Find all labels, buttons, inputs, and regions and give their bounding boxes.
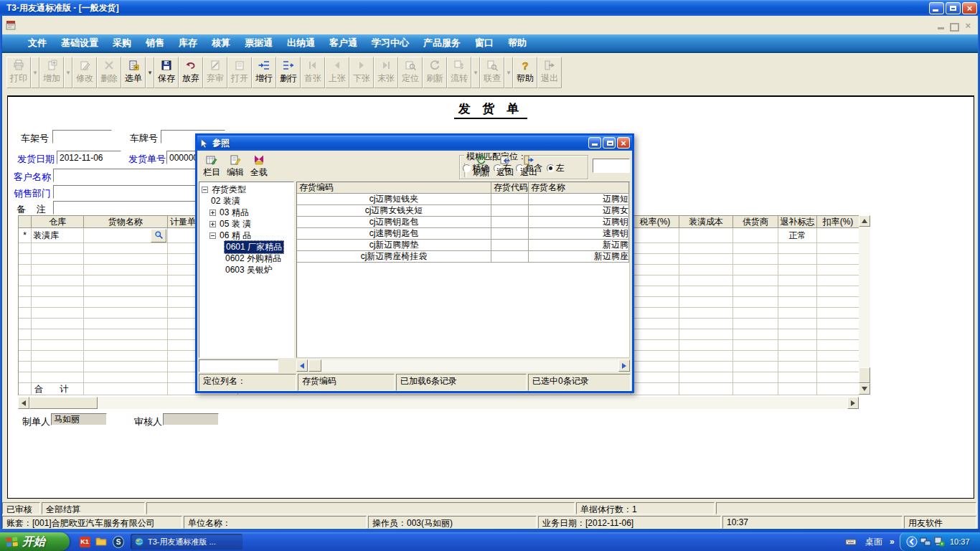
grid-cell[interactable] xyxy=(679,276,733,286)
grid-cell[interactable] xyxy=(631,243,679,254)
grid-cell[interactable] xyxy=(817,297,859,308)
scroll-left-button[interactable] xyxy=(296,359,308,372)
grid-cell[interactable] xyxy=(631,351,679,362)
grid-cell[interactable] xyxy=(84,265,168,276)
child-restore-icon[interactable] xyxy=(950,23,959,32)
grid-cell[interactable] xyxy=(778,362,817,372)
grid-cell[interactable] xyxy=(32,276,84,286)
grid-cell[interactable] xyxy=(679,254,733,265)
menu-item-销售[interactable]: 销售 xyxy=(138,34,171,52)
toolbar-button-帮助[interactable]: ? 帮助 xyxy=(513,57,537,88)
tree-node-0603[interactable]: 0603 吴银炉 xyxy=(199,264,293,276)
inventory-row[interactable]: cj速腾钥匙包 速腾钥 xyxy=(297,228,629,240)
grid-cell[interactable] xyxy=(84,362,168,372)
grid-cell[interactable] xyxy=(679,265,733,276)
grid-cell[interactable] xyxy=(679,319,733,329)
grid-cell[interactable] xyxy=(733,254,778,265)
grid-cell[interactable] xyxy=(631,286,679,297)
tree-node-03[interactable]: 03 精品 xyxy=(199,207,293,218)
restore-button[interactable] xyxy=(946,2,961,14)
grid-cell[interactable] xyxy=(84,340,168,351)
dept-input[interactable] xyxy=(53,185,205,199)
grid-cell[interactable] xyxy=(84,308,168,319)
language-keyboard[interactable] xyxy=(845,532,857,551)
grid-cell[interactable] xyxy=(817,362,859,372)
grid-cell[interactable] xyxy=(679,308,733,319)
grid-cell[interactable] xyxy=(19,340,32,351)
grid-cell[interactable] xyxy=(19,243,32,254)
goods-cell[interactable] xyxy=(84,228,168,243)
match-input[interactable] xyxy=(593,159,630,173)
toolbar-button-选单[interactable]: 选单 xyxy=(121,57,146,88)
grid-cell[interactable] xyxy=(733,297,778,308)
ship-date-input[interactable] xyxy=(57,151,121,164)
goods-lookup-button[interactable] xyxy=(151,229,166,242)
dialog-button-编辑[interactable]: 编辑 xyxy=(224,153,247,179)
grid-cell[interactable] xyxy=(32,308,84,319)
grid-cell[interactable] xyxy=(19,265,32,276)
grid-cell[interactable] xyxy=(817,265,859,276)
grid-cell[interactable] xyxy=(817,329,859,340)
desktop-toolbar[interactable]: 桌面 xyxy=(865,532,882,551)
grid-cell[interactable] xyxy=(817,308,859,319)
menu-item-采购[interactable]: 采购 xyxy=(105,34,138,52)
dialog-button-栏目[interactable]: 栏目 xyxy=(200,153,223,179)
child-minimize-icon[interactable] xyxy=(938,27,944,29)
grid-cell[interactable] xyxy=(679,351,733,362)
grid-cell[interactable] xyxy=(817,340,859,351)
grid-cell[interactable] xyxy=(84,372,168,383)
alt-cell[interactable] xyxy=(491,251,529,263)
code-cell[interactable]: cj速腾钥匙包 xyxy=(297,228,491,240)
tree-node-02[interactable]: 02 装潢 xyxy=(199,195,293,207)
name-cell[interactable]: 迈腾钥 xyxy=(529,217,629,228)
grid-cell[interactable] xyxy=(679,243,733,254)
grid-cell[interactable] xyxy=(631,362,679,372)
grid-cell[interactable] xyxy=(733,265,778,276)
grid-cell[interactable] xyxy=(32,351,84,362)
name-cell[interactable]: 迈腾女 xyxy=(529,205,629,217)
dialog-hscrollbar[interactable] xyxy=(296,359,630,372)
code-cell[interactable]: cj迈腾钥匙包 xyxy=(297,217,491,228)
grid-cell[interactable] xyxy=(32,362,84,372)
alt-cell[interactable] xyxy=(491,240,529,251)
memo-input[interactable] xyxy=(53,201,205,215)
grid-cell[interactable] xyxy=(32,254,84,265)
tree-node-0602[interactable]: 0602 外购精品 xyxy=(199,253,293,264)
customer-input[interactable] xyxy=(53,169,205,182)
grid-cell[interactable] xyxy=(19,297,32,308)
grid-cell[interactable] xyxy=(679,340,733,351)
dialog-button-全载[interactable]: 全载 xyxy=(248,153,270,179)
grid-cell[interactable] xyxy=(679,297,733,308)
menu-item-票据通[interactable]: 票据通 xyxy=(237,34,280,52)
toolbar-chevron[interactable]: » xyxy=(890,532,895,551)
name-cell[interactable]: 速腾钥 xyxy=(529,228,629,240)
grid-cell[interactable] xyxy=(32,329,84,340)
quicklaunch-k1[interactable]: K1 xyxy=(79,536,90,547)
inventory-row[interactable]: cj迈腾钥匙包 迈腾钥 xyxy=(297,217,629,228)
grid-cell[interactable] xyxy=(32,243,84,254)
code-cell[interactable]: cj新迈腾脚垫 xyxy=(297,240,491,251)
inventory-row[interactable]: cj新迈腾脚垫 新迈腾 xyxy=(297,240,629,251)
alt-cell[interactable] xyxy=(491,205,529,217)
dialog-button-刷新[interactable]: 刷新 xyxy=(470,153,493,179)
grid-cell[interactable] xyxy=(32,297,84,308)
hscroll-thumb[interactable] xyxy=(29,397,98,409)
cost-cell[interactable] xyxy=(679,228,733,243)
dialog-button-退出[interactable]: 退出 xyxy=(517,153,540,179)
scroll-right-button[interactable] xyxy=(618,359,630,372)
supplier-cell[interactable] xyxy=(733,228,778,243)
vin-input[interactable] xyxy=(52,130,112,143)
grid-cell[interactable] xyxy=(817,276,859,286)
grid-cell[interactable] xyxy=(817,351,859,362)
vscroll-thumb[interactable] xyxy=(859,367,870,383)
grid-cell[interactable] xyxy=(733,286,778,297)
toolbar-dropdown-选单[interactable]: ▾ xyxy=(146,57,154,88)
grid-cell[interactable] xyxy=(733,319,778,329)
grid-cell[interactable] xyxy=(19,254,32,265)
minimize-button[interactable] xyxy=(929,2,944,14)
name-cell[interactable]: 迈腾短 xyxy=(529,194,629,205)
grid-cell[interactable] xyxy=(631,329,679,340)
grid-cell[interactable] xyxy=(19,351,32,362)
menu-item-客户通[interactable]: 客户通 xyxy=(322,34,364,52)
grid-cell[interactable] xyxy=(84,351,168,362)
